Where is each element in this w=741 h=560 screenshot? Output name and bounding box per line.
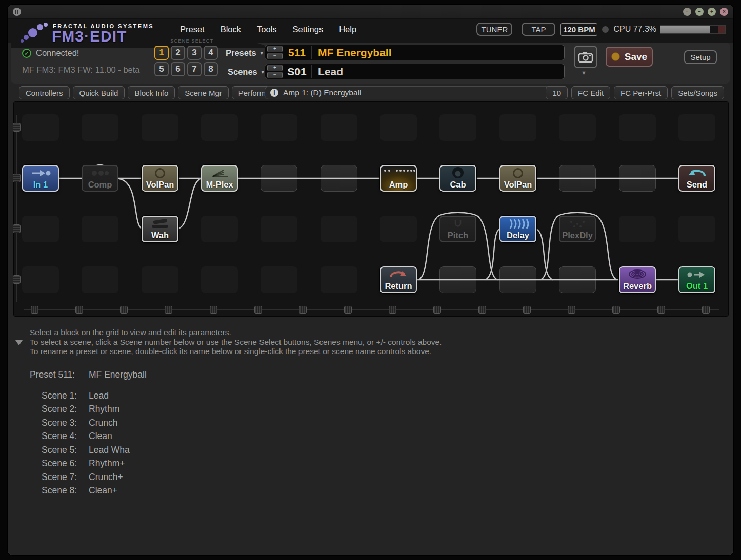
grid-cell-empty[interactable]: [559, 114, 596, 141]
grid-cell-empty[interactable]: [82, 266, 118, 293]
menu-preset[interactable]: Preset: [180, 25, 205, 34]
block-in-1[interactable]: In 1: [22, 165, 59, 192]
toolbar-button-scene-mgr[interactable]: Scene Mgr: [178, 86, 229, 99]
grid-cell-empty[interactable]: [321, 266, 357, 293]
scene-increment-button[interactable]: +: [267, 65, 283, 71]
scene-list-value[interactable]: Lead Wha: [89, 443, 130, 457]
preset-name-field[interactable]: + − 511 MF Energyball: [265, 45, 565, 60]
grid-cell-empty[interactable]: [380, 216, 417, 242]
block-wah[interactable]: Wah: [142, 216, 178, 242]
grid-cell-empty[interactable]: [201, 114, 238, 141]
scene-button-6[interactable]: 6: [171, 62, 185, 76]
presets-dropdown[interactable]: Presets▼: [226, 48, 264, 58]
snapshot-button[interactable]: [574, 46, 597, 68]
toolbar-button-controllers[interactable]: Controllers: [19, 86, 70, 99]
close-button-icon[interactable]: ×: [720, 8, 728, 16]
scenes-dropdown[interactable]: Scenes▼: [228, 67, 265, 77]
preset-name[interactable]: MF Energyball: [318, 47, 392, 59]
scene-list-value[interactable]: Lead: [89, 389, 109, 403]
scene-button-3[interactable]: 3: [187, 46, 202, 60]
grid-cell-empty[interactable]: [380, 114, 417, 141]
block-comp[interactable]: Comp: [82, 165, 118, 192]
scene-list-value[interactable]: Rhythm: [89, 402, 119, 416]
camera-dropdown-arrow-icon[interactable]: ▼: [581, 70, 587, 76]
grid-cell-shunt[interactable]: [261, 165, 297, 192]
grid-cell-shunt[interactable]: [321, 165, 357, 192]
window-menu-icon[interactable]: [13, 8, 21, 16]
scene-button-4[interactable]: 4: [204, 46, 218, 60]
block-pitch[interactable]: Pitch: [439, 216, 476, 242]
window-scale-button-icon[interactable]: ▫: [683, 8, 691, 16]
toolbar-button-quick-build[interactable]: Quick Build: [73, 86, 125, 99]
grid-cell-shunt[interactable]: [619, 165, 656, 192]
block-m-plex[interactable]: M-Plex: [201, 165, 238, 192]
selected-block-info[interactable]: i Amp 1: (D) Energyball: [265, 86, 567, 99]
grid-cell-empty[interactable]: [261, 216, 297, 242]
block-cab[interactable]: Cab: [439, 165, 476, 192]
toolbar-button-10[interactable]: 10: [546, 86, 568, 99]
block-out-1[interactable]: Out 1: [678, 266, 715, 293]
maximize-button-icon[interactable]: +: [708, 8, 716, 16]
grid-cell-empty[interactable]: [321, 114, 357, 141]
grid-cell-empty[interactable]: [321, 216, 357, 242]
toolbar-button-fc-per-prst[interactable]: FC Per-Prst: [614, 86, 668, 99]
tuner-button[interactable]: TUNER: [476, 23, 512, 36]
scene-list-value[interactable]: Clean: [89, 429, 112, 443]
block-amp[interactable]: Amp: [380, 165, 417, 192]
grid-cell-shunt[interactable]: [439, 266, 476, 293]
collapse-triangle-icon[interactable]: [15, 340, 23, 345]
scene-name[interactable]: Lead: [318, 66, 343, 78]
scene-button-1[interactable]: 1: [154, 46, 169, 60]
grid-cell-empty[interactable]: [261, 266, 297, 293]
grid-cell-empty[interactable]: [201, 216, 238, 242]
grid-cell-empty[interactable]: [22, 266, 59, 293]
scene-name-field[interactable]: + − S01 Lead: [265, 64, 565, 79]
grid-cell-empty[interactable]: [619, 216, 656, 242]
toolbar-button-fc-edit[interactable]: FC Edit: [571, 86, 610, 99]
grid-cell-empty[interactable]: [201, 266, 238, 293]
block-send[interactable]: Send: [678, 165, 715, 192]
bpm-field[interactable]: 120 BPM: [560, 23, 597, 36]
scene-button-5[interactable]: 5: [154, 62, 169, 76]
scene-list-value[interactable]: Clean+: [89, 484, 117, 497]
grid-cell-shunt[interactable]: [559, 165, 596, 192]
setup-button[interactable]: Setup: [684, 50, 717, 64]
preset-increment-button[interactable]: +: [267, 46, 283, 52]
grid-cell-empty[interactable]: [439, 114, 476, 141]
scene-decrement-button[interactable]: −: [267, 72, 283, 78]
preset-decrement-button[interactable]: −: [267, 53, 283, 59]
grid-cell-shunt[interactable]: [559, 266, 596, 293]
scene-button-2[interactable]: 2: [171, 46, 185, 60]
block-plexdly[interactable]: PlexDly: [559, 216, 596, 242]
grid-cell-empty[interactable]: [619, 114, 656, 141]
menu-tools[interactable]: Tools: [257, 25, 277, 34]
scene-button-8[interactable]: 8: [204, 62, 218, 76]
grid-cell-empty[interactable]: [142, 114, 178, 141]
scene-button-7[interactable]: 7: [187, 62, 202, 76]
scene-list-value[interactable]: Crunch: [89, 416, 117, 430]
block-delay[interactable]: Delay: [499, 216, 536, 242]
scene-list-value[interactable]: Crunch+: [89, 470, 123, 484]
block-volpan[interactable]: VolPan: [499, 165, 536, 192]
block-volpan[interactable]: VolPan: [142, 165, 178, 192]
grid-cell-empty[interactable]: [261, 114, 297, 141]
grid-cell-empty[interactable]: [678, 114, 715, 141]
grid-cell-empty[interactable]: [22, 114, 59, 141]
toolbar-button-sets-songs[interactable]: Sets/Songs: [671, 86, 724, 99]
grid-cell-empty[interactable]: [678, 216, 715, 242]
menu-help[interactable]: Help: [339, 25, 356, 34]
grid-cell-empty[interactable]: [499, 114, 536, 141]
grid-cell-empty[interactable]: [82, 216, 118, 242]
tap-tempo-button[interactable]: TAP: [522, 23, 555, 36]
menu-settings[interactable]: Settings: [293, 25, 324, 34]
minimize-button-icon[interactable]: −: [695, 8, 704, 16]
grid-cell-empty[interactable]: [22, 216, 59, 242]
grid-cell-empty[interactable]: [82, 114, 118, 141]
menu-block[interactable]: Block: [221, 25, 241, 34]
preset-summary-value[interactable]: MF Energyball: [89, 369, 147, 380]
scene-list-value[interactable]: Rhythm+: [89, 457, 125, 470]
save-button[interactable]: Save: [606, 47, 653, 67]
block-reverb[interactable]: Reverb: [619, 266, 656, 293]
block-return[interactable]: Return: [380, 266, 417, 293]
grid-cell-empty[interactable]: [142, 266, 178, 293]
